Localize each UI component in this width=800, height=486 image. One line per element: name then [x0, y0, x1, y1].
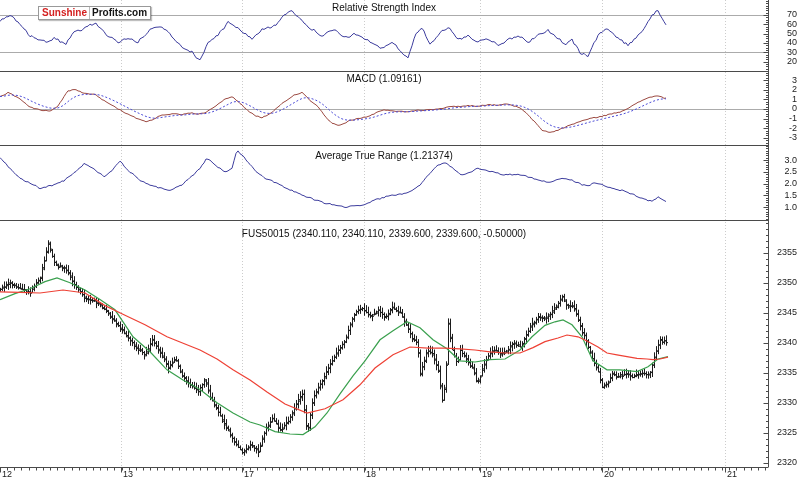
y-tick-label: 1.0 [770, 203, 797, 212]
rsi-panel-title: Relative Strength Index [0, 2, 768, 13]
x-tick-label: 12 [2, 470, 12, 479]
y-tick-label: -1 [770, 114, 797, 123]
y-tick-label: 2355 [770, 248, 797, 257]
y-tick-label: 2350 [770, 278, 797, 287]
y-tick-label: 20 [770, 57, 797, 66]
macd-panel-title: MACD (1.09161) [0, 73, 768, 84]
y-tick-label: 2335 [770, 368, 797, 377]
y-tick-label: 3.0 [770, 156, 797, 165]
y-tick-label: 2330 [770, 398, 797, 407]
y-tick-label: 2.5 [770, 167, 797, 176]
y-tick-label: 2 [770, 85, 797, 94]
x-tick-label: 21 [727, 470, 737, 479]
x-tick-label: 18 [366, 470, 376, 479]
y-tick-label: -3 [770, 133, 797, 142]
x-tick-label: 17 [244, 470, 254, 479]
y-tick-label: 2340 [770, 338, 797, 347]
x-tick-label: 20 [604, 470, 614, 479]
price-panel-title: FUS50015 (2340.110, 2340.110, 2339.600, … [0, 228, 768, 239]
y-tick-label: 2320 [770, 458, 797, 467]
x-tick-label: 13 [123, 470, 133, 479]
x-tick-label: 19 [482, 470, 492, 479]
atr-panel-title: Average True Range (1.21374) [0, 150, 768, 161]
chart-window: Sunshine Profits.com Relative Strength I… [0, 0, 800, 486]
y-tick-label: 2.0 [770, 179, 797, 188]
y-tick-label: 2325 [770, 428, 797, 437]
y-tick-label: 1.5 [770, 191, 797, 200]
y-tick-label: 2345 [770, 308, 797, 317]
